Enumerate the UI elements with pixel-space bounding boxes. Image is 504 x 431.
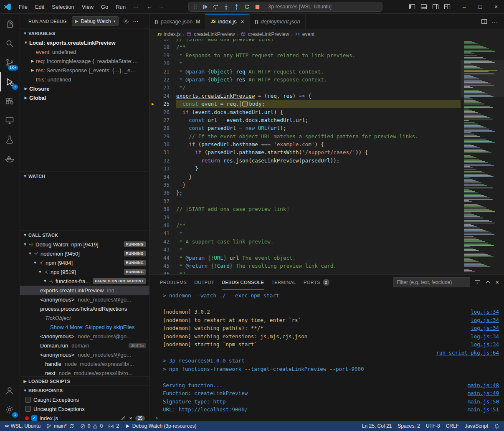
tab-deployment.json[interactable]: {}deployment.json [250, 14, 306, 29]
code-line[interactable]: * @param {Object} res An HTTP response c… [176, 76, 461, 84]
code-line[interactable]: const url = event.docs.matchedUrl.url; [176, 116, 461, 124]
source-link[interactable]: main.js:49 [468, 389, 500, 398]
status-encoding[interactable]: UTF-8 [423, 421, 443, 431]
code-line[interactable] [176, 213, 461, 221]
variable-row[interactable]: ▶Global [20, 93, 149, 102]
stack-frame-row[interactable]: <anonymous>node_modules/@go... [20, 295, 149, 304]
activity-extensions[interactable] [0, 91, 19, 111]
activity-testing[interactable] [0, 130, 19, 149]
line-number[interactable]: 31 [149, 148, 176, 156]
debug-launch-dropdown[interactable]: ▶ Debug Watch ▾ [72, 16, 119, 26]
line-number[interactable]: 42 [149, 238, 176, 246]
back-icon[interactable]: ← [147, 3, 152, 10]
menu-item-go[interactable]: Go [97, 2, 112, 12]
line-number[interactable]: 20 [149, 59, 176, 67]
line-number[interactable]: 22 [149, 76, 176, 84]
loaded-scripts-section-header[interactable]: ▶ LOADED SCRIPTS [20, 377, 149, 385]
breakpoints-section-header[interactable]: ▼ BREAKPOINTS [20, 386, 149, 395]
code-line[interactable]: } [176, 165, 461, 172]
forward-icon[interactable]: → [158, 3, 164, 10]
menu-item-file[interactable]: File [15, 2, 31, 12]
line-number[interactable]: 21 [149, 68, 176, 76]
code-line[interactable]: if (parsedUrl.hostname === 'example.com'… [176, 140, 461, 148]
code-line[interactable]: if (event.docs.matchedUrl.url) { [176, 108, 461, 116]
line-number[interactable]: 44 [149, 254, 176, 262]
activity-accounts[interactable] [0, 381, 19, 400]
tab-index.js[interactable]: JSindex.js× [205, 14, 250, 29]
status-ports-forwarded[interactable]: 2 [106, 421, 122, 431]
breadcrumb-item[interactable]: JSindex.js [157, 31, 181, 37]
line-number[interactable]: 30 [149, 140, 176, 148]
maximize-button[interactable]: □ [472, 0, 488, 13]
debug-session-row[interactable]: ▼npx [9519]RUNNING [20, 267, 149, 276]
code-line[interactable]: /** [176, 221, 461, 229]
variable-row[interactable]: ▶res: ServerResponse {_events: {…}, _e… [20, 66, 149, 75]
customize-layout-icon[interactable] [441, 2, 453, 12]
panel-maximize-icon[interactable] [485, 279, 491, 285]
status-eol[interactable]: CRLF [443, 421, 462, 431]
activity-settings[interactable]: 1 [0, 400, 19, 419]
stack-frame-row[interactable]: handlenode_modules/express/lib/... [20, 359, 149, 368]
breakpoint-checkbox[interactable]: ✓ [31, 415, 37, 421]
code-line[interactable]: // If the event object URL matches a spe… [176, 132, 461, 140]
minimap[interactable] [461, 39, 504, 274]
code-line[interactable]: return res.json(caseLinkPreview(parsedUr… [176, 157, 461, 165]
breadcrumb-item[interactable]: event [295, 31, 314, 37]
status-indentation[interactable]: Spaces: 2 [395, 421, 423, 431]
menu-item-run[interactable]: Run [112, 2, 129, 12]
step-into-button[interactable] [222, 3, 230, 11]
step-out-button[interactable] [232, 3, 241, 11]
code-line[interactable]: } [176, 181, 461, 189]
line-number[interactable]: 36 [149, 189, 176, 197]
code-line[interactable]: * Responds to any HTTP request related t… [176, 51, 461, 59]
status-debug-session[interactable]: Debug Watch (3p-resources) [122, 421, 200, 431]
toggle-sidebar-icon[interactable] [406, 2, 418, 12]
line-number[interactable]: 35 [149, 181, 176, 189]
code-line[interactable]: * [176, 246, 461, 254]
breadcrumb-item[interactable]: createLinkPreview [241, 31, 289, 37]
debug-session-row[interactable]: ▼nodemon [9450]RUNNING [20, 249, 149, 258]
variables-section-header[interactable]: ▼ VARIABLES [20, 29, 149, 38]
minimize-button[interactable]: – [456, 0, 472, 13]
activity-docker[interactable] [0, 149, 19, 168]
menu-item-more[interactable]: ⋯ [129, 2, 142, 12]
command-center[interactable]: 3p-resources [WSL: Ubuntu] [188, 2, 382, 12]
code-line[interactable]: const event = req.body; [176, 100, 461, 108]
console-filter-input[interactable] [393, 277, 470, 287]
line-number[interactable]: 27 [149, 116, 176, 124]
line-number[interactable]: 45 [149, 262, 176, 270]
status-problems[interactable]: 00 [77, 421, 106, 431]
source-link[interactable]: main.js:48 [468, 381, 500, 390]
stack-frame-row[interactable]: TickObject [20, 313, 149, 322]
status-notifications[interactable] [491, 421, 502, 431]
line-number[interactable]: 28 [149, 124, 176, 132]
variable-row[interactable]: ▶req: IncomingMessage {_readableState:… [20, 56, 149, 66]
restart-button[interactable] [243, 3, 251, 11]
stack-frame-row[interactable]: process.processTicksAndRejections [20, 304, 149, 313]
tab-package.json[interactable]: {}package.jsonM [149, 14, 205, 29]
console-input-row[interactable]: › [163, 414, 500, 421]
code-line[interactable]: /** [176, 43, 461, 51]
toggle-panel-icon[interactable] [418, 2, 430, 12]
activity-search[interactable] [0, 34, 19, 53]
step-over-button[interactable] [211, 3, 220, 11]
variable-row[interactable]: ▼Local: exports.createLinkPreview [20, 38, 149, 47]
debug-session-row[interactable]: ▼Debug Watch: npm [9419]RUNNING [20, 240, 149, 249]
variable-row[interactable]: ▶Closure [20, 84, 149, 93]
status-cursor-position[interactable]: Ln 25, Col 21 [359, 421, 395, 431]
line-number[interactable]: 32 [149, 157, 176, 165]
line-number[interactable]: 24 [149, 92, 176, 100]
variable-row[interactable]: event: undefined [20, 47, 149, 56]
continue-button[interactable] [201, 3, 210, 11]
views-more-actions-icon[interactable]: ⋯ [133, 18, 139, 25]
panel-tab-problems[interactable]: PROBLEMS [156, 275, 190, 289]
source-link[interactable]: log.js:34 [471, 308, 500, 316]
source-link[interactable]: log.js:34 [471, 340, 500, 349]
code-line[interactable]: * [176, 229, 461, 237]
menu-item-edit[interactable]: Edit [31, 2, 48, 12]
line-number[interactable]: 41 [149, 229, 176, 237]
code-line[interactable]: */ [176, 270, 461, 274]
code-line[interactable]: } [176, 173, 461, 181]
variable-row[interactable]: this: undefined [20, 75, 149, 84]
line-number[interactable]: 40 [149, 221, 176, 229]
